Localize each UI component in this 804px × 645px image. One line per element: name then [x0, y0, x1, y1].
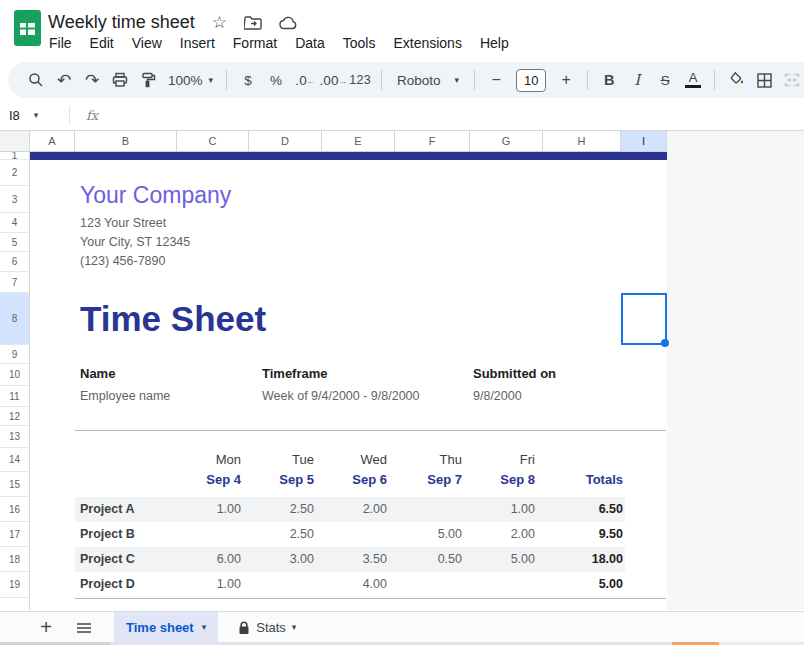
- select-all-corner[interactable]: [0, 131, 30, 152]
- table-cell[interactable]: 3.50: [322, 552, 395, 566]
- row-header-8-selected[interactable]: 8: [0, 293, 29, 345]
- undo-icon[interactable]: ↶: [50, 66, 78, 94]
- date-header-mon[interactable]: Sep 4: [177, 472, 249, 487]
- row-header-19[interactable]: 19: [0, 572, 29, 598]
- total-cell[interactable]: 9.50: [543, 527, 625, 541]
- menu-help[interactable]: Help: [471, 33, 518, 53]
- redo-icon[interactable]: ↷: [78, 66, 106, 94]
- sheet-tab-stats[interactable]: Stats ▾: [228, 612, 306, 643]
- date-header-fri[interactable]: Sep 8: [470, 472, 543, 487]
- increase-decimal-button[interactable]: .00→: [318, 66, 346, 94]
- row-header-1[interactable]: 1: [0, 152, 29, 160]
- column-header-g[interactable]: G: [470, 131, 543, 152]
- column-header-i-selected[interactable]: I: [621, 131, 667, 152]
- table-cell[interactable]: 2.50: [249, 527, 322, 541]
- add-sheet-button[interactable]: +: [34, 616, 58, 640]
- table-cell[interactable]: 1.00: [177, 577, 249, 591]
- row-header-16[interactable]: 16: [0, 497, 29, 522]
- project-b-label[interactable]: Project B: [80, 527, 135, 541]
- menu-format[interactable]: Format: [224, 33, 286, 53]
- star-icon[interactable]: ☆: [212, 14, 227, 31]
- menu-view[interactable]: View: [123, 33, 171, 53]
- table-cell[interactable]: 2.00: [322, 502, 395, 516]
- grid-empty-area[interactable]: [667, 131, 804, 610]
- table-cell[interactable]: 2.00: [470, 527, 543, 541]
- day-header-tue[interactable]: Tue: [249, 452, 322, 467]
- menu-edit[interactable]: Edit: [81, 33, 123, 53]
- sheet-tab-timesheet[interactable]: Time sheet ▾: [114, 612, 218, 643]
- project-c-label[interactable]: Project C: [80, 552, 135, 566]
- row-header-17[interactable]: 17: [0, 522, 29, 547]
- zoom-select[interactable]: 100%▾: [162, 73, 219, 88]
- decrease-decimal-button[interactable]: .0←: [290, 66, 318, 94]
- decrease-font-size-button[interactable]: −: [482, 66, 510, 94]
- totals-header[interactable]: Totals: [543, 472, 625, 487]
- row-header-partial[interactable]: [0, 598, 29, 610]
- font-family-select[interactable]: Roboto▾: [389, 73, 467, 88]
- submitted-label[interactable]: Submitted on: [473, 366, 556, 381]
- strikethrough-button[interactable]: S: [651, 66, 679, 94]
- menu-insert[interactable]: Insert: [171, 33, 224, 53]
- date-header-thu[interactable]: Sep 7: [395, 472, 470, 487]
- format-percent-button[interactable]: %: [262, 66, 290, 94]
- address-line-2[interactable]: Your City, ST 12345: [80, 235, 190, 249]
- more-formats-button[interactable]: 123: [346, 66, 374, 94]
- row-header-7[interactable]: 7: [0, 272, 29, 293]
- fill-handle[interactable]: [661, 339, 669, 347]
- row-header-4[interactable]: 4: [0, 213, 29, 233]
- table-cell[interactable]: 6.00: [177, 552, 249, 566]
- row-header-10[interactable]: 10: [0, 364, 29, 386]
- table-cell[interactable]: 3.00: [249, 552, 322, 566]
- sheet-title-cell[interactable]: Time Sheet: [80, 299, 266, 339]
- menu-data[interactable]: Data: [286, 33, 334, 53]
- borders-button[interactable]: [750, 66, 778, 94]
- all-sheets-button[interactable]: [72, 616, 96, 640]
- cloud-saved-icon[interactable]: [279, 16, 298, 30]
- move-folder-icon[interactable]: [244, 16, 262, 30]
- menu-extensions[interactable]: Extensions: [384, 33, 470, 53]
- row-header-11[interactable]: 11: [0, 386, 29, 407]
- column-header-c[interactable]: C: [177, 131, 249, 152]
- text-color-button[interactable]: A: [679, 66, 707, 94]
- row-header-18[interactable]: 18: [0, 547, 29, 572]
- submitted-value[interactable]: 9/8/2000: [473, 389, 522, 403]
- total-cell[interactable]: 18.00: [543, 552, 625, 566]
- document-title[interactable]: Weekly time sheet: [48, 12, 195, 33]
- column-header-e[interactable]: E: [322, 131, 395, 152]
- name-value[interactable]: Employee name: [80, 389, 170, 403]
- increase-font-size-button[interactable]: +: [552, 66, 580, 94]
- row-header-15[interactable]: 15: [0, 472, 29, 497]
- row-header-3[interactable]: 3: [0, 186, 29, 213]
- column-header-a[interactable]: A: [30, 131, 75, 152]
- day-header-wed[interactable]: Wed: [322, 452, 395, 467]
- font-size-input[interactable]: 10: [516, 69, 546, 92]
- date-header-wed[interactable]: Sep 6: [322, 472, 395, 487]
- day-header-fri[interactable]: Fri: [470, 452, 543, 467]
- table-cell[interactable]: 5.00: [395, 527, 470, 541]
- day-header-mon[interactable]: Mon: [177, 452, 249, 467]
- chevron-down-icon[interactable]: ▾: [292, 623, 297, 632]
- total-cell[interactable]: 5.00: [543, 577, 625, 591]
- total-cell[interactable]: 6.50: [543, 502, 625, 516]
- row-header-2[interactable]: 2: [0, 160, 29, 186]
- merge-cells-button[interactable]: [778, 66, 804, 94]
- timeframe-label[interactable]: Timeframe: [262, 366, 328, 381]
- address-line-1[interactable]: 123 Your Street: [80, 216, 166, 230]
- fill-color-button[interactable]: [722, 66, 750, 94]
- column-header-f[interactable]: F: [395, 131, 470, 152]
- table-cell[interactable]: 1.00: [177, 502, 249, 516]
- row-header-6[interactable]: 6: [0, 252, 29, 272]
- row-header-9[interactable]: 9: [0, 345, 29, 364]
- date-header-tue[interactable]: Sep 5: [249, 472, 322, 487]
- table-cell[interactable]: 1.00: [470, 502, 543, 516]
- table-cell[interactable]: 2.50: [249, 502, 322, 516]
- day-header-thu[interactable]: Thu: [395, 452, 470, 467]
- menu-tools[interactable]: Tools: [334, 33, 385, 53]
- column-header-d[interactable]: D: [249, 131, 322, 152]
- column-header-h[interactable]: H: [543, 131, 621, 152]
- menu-file[interactable]: File: [40, 33, 81, 53]
- address-line-3[interactable]: (123) 456-7890: [80, 254, 165, 268]
- sheets-logo-icon[interactable]: [14, 10, 41, 46]
- row-header-13[interactable]: 13: [0, 426, 29, 448]
- paint-format-icon[interactable]: [134, 66, 162, 94]
